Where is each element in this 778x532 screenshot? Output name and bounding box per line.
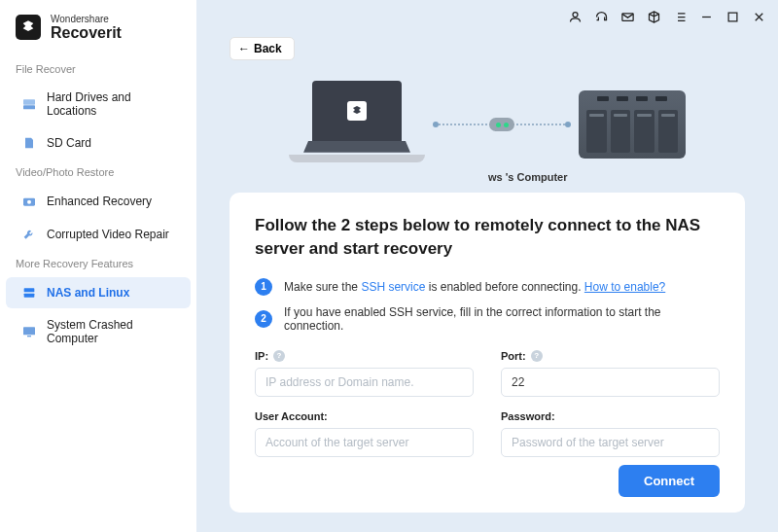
maximize-icon[interactable] xyxy=(725,10,740,24)
svg-rect-10 xyxy=(728,13,737,21)
sidebar-item-label: System Crashed Computer xyxy=(47,318,175,345)
step-2-text: If you have enabled SSH service, fill in… xyxy=(284,305,720,333)
sidebar-item-label: SD Card xyxy=(47,136,91,150)
help-icon[interactable]: ? xyxy=(273,350,285,362)
sidebar-item-label: Hard Drives and Locations xyxy=(47,90,175,118)
connection-pill-icon xyxy=(489,118,514,131)
arrow-left-icon: ← xyxy=(238,42,250,55)
step-1: 1 Make sure the SSH service is enabled b… xyxy=(255,278,720,296)
brand-text: Wondershare Recoverit xyxy=(51,14,122,42)
ip-label: IP:? xyxy=(255,350,474,362)
cube-icon[interactable] xyxy=(647,10,661,24)
brand-top: Wondershare xyxy=(51,14,122,24)
form-panel: Follow the 2 steps below to remotely con… xyxy=(230,193,745,513)
sidebar-item-hard-drives[interactable]: Hard Drives and Locations xyxy=(6,83,191,125)
sidebar-item-nas-linux[interactable]: NAS and Linux xyxy=(6,277,191,308)
user-icon[interactable] xyxy=(568,10,583,24)
section-file-recover: File Recover xyxy=(0,57,196,83)
section-video-restore: Video/Photo Restore xyxy=(0,160,196,186)
illustration xyxy=(196,66,778,183)
monitor-icon xyxy=(21,324,37,339)
main-area: ← Back ws 's Computer Follow the 2 steps… xyxy=(196,0,778,532)
section-more-features: More Recovery Features xyxy=(0,252,196,277)
list-icon[interactable] xyxy=(673,10,688,24)
wrench-icon xyxy=(21,227,37,242)
step-number-icon: 1 xyxy=(255,278,272,296)
drive-icon xyxy=(21,96,37,112)
connect-button[interactable]: Connect xyxy=(619,465,720,497)
password-input[interactable] xyxy=(501,428,720,457)
panel-title: Follow the 2 steps below to remotely con… xyxy=(255,214,720,261)
port-input[interactable] xyxy=(501,368,720,397)
svg-rect-7 xyxy=(27,336,31,337)
sd-card-icon xyxy=(21,135,37,151)
sidebar-item-enhanced-recovery[interactable]: Enhanced Recovery xyxy=(6,186,191,217)
headset-icon[interactable] xyxy=(594,10,609,24)
step-number-icon: 2 xyxy=(255,310,272,328)
password-label: Password: xyxy=(501,410,720,422)
how-to-enable-link[interactable]: How to enable? xyxy=(584,280,665,294)
sidebar: Wondershare Recoverit File Recover Hard … xyxy=(0,0,196,532)
computer-label: ws 's Computer xyxy=(488,171,567,183)
back-label: Back xyxy=(254,42,282,55)
svg-rect-6 xyxy=(23,327,35,335)
sidebar-item-label: Corrupted Video Repair xyxy=(47,228,169,241)
step-1-text: Make sure the SSH service is enabled bef… xyxy=(284,280,665,294)
svg-rect-1 xyxy=(23,99,35,104)
step-2: 2 If you have enabled SSH service, fill … xyxy=(255,305,720,333)
svg-point-3 xyxy=(27,199,31,203)
ip-input[interactable] xyxy=(255,368,474,397)
svg-rect-4 xyxy=(24,288,35,292)
user-input[interactable] xyxy=(255,428,474,457)
sidebar-item-label: Enhanced Recovery xyxy=(47,195,152,208)
connection-line xyxy=(439,124,565,125)
back-button[interactable]: ← Back xyxy=(230,37,295,60)
server-icon xyxy=(21,285,37,301)
port-label: Port:? xyxy=(501,350,720,362)
camera-icon xyxy=(21,194,37,209)
nas-graphic xyxy=(579,90,686,159)
svg-point-8 xyxy=(573,12,578,17)
brand-bottom: Recoverit xyxy=(51,24,122,42)
close-icon[interactable] xyxy=(752,10,766,24)
svg-rect-5 xyxy=(24,293,35,297)
logo-area: Wondershare Recoverit xyxy=(0,0,196,57)
brand-logo-icon xyxy=(16,15,41,40)
laptop-graphic xyxy=(289,81,425,168)
minimize-icon[interactable] xyxy=(699,10,714,24)
sidebar-item-system-crashed[interactable]: System Crashed Computer xyxy=(6,310,191,353)
sidebar-item-sd-card[interactable]: SD Card xyxy=(6,127,191,159)
form-grid: IP:? Port:? User Account: Password: xyxy=(255,350,720,457)
svg-rect-0 xyxy=(23,105,35,109)
ssh-service-link[interactable]: SSH service xyxy=(361,280,425,294)
titlebar xyxy=(568,0,778,27)
sidebar-item-label: NAS and Linux xyxy=(47,286,129,300)
sidebar-item-corrupted-video[interactable]: Corrupted Video Repair xyxy=(6,219,191,250)
help-icon[interactable]: ? xyxy=(531,350,543,362)
mail-icon[interactable] xyxy=(620,10,635,24)
user-label: User Account: xyxy=(255,410,474,422)
